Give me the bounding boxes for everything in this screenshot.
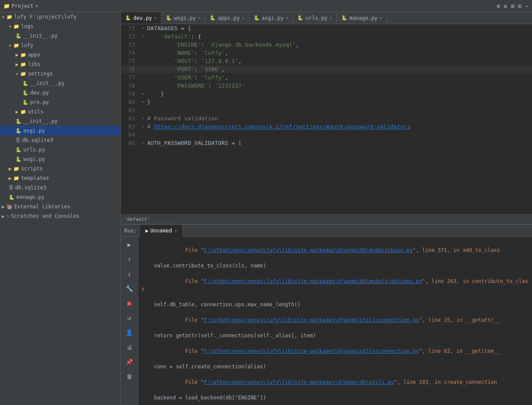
tab-close-manage[interactable]: ✕ (380, 16, 382, 20)
bottom-tab-unnamed[interactable]: ▶ Unnamed ✕ (140, 225, 183, 237)
toolbar-icon-group: ⊕ ≡ ⊞ ⚙ − (497, 3, 529, 9)
tree-item-settings[interactable]: ▾ 📁 settings (0, 69, 120, 78)
tree-item-apps[interactable]: ▶ 📁 apps (0, 50, 120, 60)
line-content-78: 'PASSWORD': '123123?' (145, 82, 532, 90)
tab-icon-urls: 🐍 (297, 15, 303, 21)
tab-dev-py[interactable]: 🐍 dev.py ✕ (121, 12, 161, 24)
tree-item-dev-py[interactable]: 🐍 dev.py (0, 88, 120, 97)
tab-close-asgi[interactable]: ✕ (286, 16, 288, 20)
tab-bar: 🐍 dev.py ✕ 🐍 wsgi.py ✕ 🐍 apps.py ✕ 🐍 asg… (121, 12, 532, 24)
tree-item-pro-py[interactable]: 🐍 pro.py (0, 97, 120, 107)
tab-label-urls: urls.py (305, 15, 327, 21)
fold-83[interactable]: ▾ (140, 122, 145, 131)
traceback-link-2[interactable]: F:\pthon\venv\venvs\lufy\lib\site-packag… (204, 278, 422, 284)
side-tool-down[interactable]: ↓ (123, 268, 136, 280)
side-tool-wrench[interactable]: 🔧 (123, 283, 136, 295)
tree-item-wsgi-py[interactable]: 🐍 wsgi.py (0, 154, 120, 164)
code-line-75: 75 'HOST': '127.0.0.1', (121, 57, 532, 65)
run-output-line-3: File "F:\pthon\venv\venvs\lufy\lib\site-… (142, 270, 529, 301)
tab-icon-manage: 🐍 (341, 15, 347, 21)
tree-item-asgi-py[interactable]: 🐍 asgi.py (0, 126, 120, 135)
tree-item-libs[interactable]: ▶ 📁 libs (0, 60, 120, 69)
code-line-81: 81 (121, 106, 532, 114)
tab-label-asgi: asgi.py (262, 15, 284, 21)
code-line-72: 72 ▾ 'default': { (121, 32, 532, 41)
settings-icon[interactable]: ⚙ (518, 3, 521, 9)
tab-close-wsgi[interactable]: ✕ (198, 16, 201, 20)
tree-item-external-libraries[interactable]: ▶ 📚 External Libraries (0, 202, 120, 211)
line-content-73: 'ENGINE': 'django.db.backends.mysql', (145, 41, 532, 49)
line-content-81 (145, 106, 532, 114)
file-tree: ▾ 📁 lufy F:\project\lufy ▾ 📁 logs 🐍 __in… (0, 12, 121, 405)
traceback-link-5[interactable]: F:\pthon\venv\venvs\lufy\lib\site-packag… (204, 379, 394, 385)
tree-item-utils[interactable]: ▶ 📁 utils (0, 107, 120, 116)
toolbar-project[interactable]: 📁 Project ▾ (3, 3, 38, 9)
dropdown-arrow: ▾ (35, 3, 38, 9)
toolbar: 📁 Project ▾ ⊕ ≡ ⊞ ⚙ − (0, 0, 532, 12)
line-content-71: DATABASES = { (145, 24, 532, 32)
tree-item-templates[interactable]: ▶ 📁 templates (0, 173, 120, 183)
traceback-link-4[interactable]: F:\pthon\venv\venvs\lufy\lib\site-packag… (204, 348, 419, 354)
side-tool-stop[interactable]: ■ (123, 297, 136, 309)
side-tool-run[interactable]: ▶ (123, 239, 136, 251)
bottom-tab-close[interactable]: ✕ (175, 228, 177, 233)
tree-item-settings-init[interactable]: 🐍 __init__.py (0, 78, 120, 88)
tab-apps-py[interactable]: 🐍 apps.py ✕ (205, 12, 249, 24)
line-content-75: 'HOST': '127.0.0.1', (145, 57, 532, 65)
fold-71[interactable]: ▾ (140, 24, 145, 32)
tree-item-lufy-root[interactable]: ▾ 📁 lufy F:\project\lufy (0, 12, 120, 22)
run-output-line-11: File "F:\pthon\venv\venvs\lufy\lib\site-… (142, 402, 529, 405)
tab-wsgi-py[interactable]: 🐍 wsgi.py ✕ (161, 12, 205, 24)
bottom-panel-body: ▶ ↑ ↓ 🔧 ■ ↺ 👤 🖨 📌 🗑 File "F:\pthon\venv\… (121, 237, 532, 405)
code-line-77: 77 'USER': 'luffy', (121, 73, 532, 82)
side-tool-trash[interactable]: 🗑 (123, 370, 136, 383)
minus-icon[interactable]: − (525, 3, 529, 9)
traceback-link-1[interactable]: F:\pthon\venv\venvs\lufy\lib\site-packag… (204, 247, 413, 253)
side-tool-pin[interactable]: 📌 (123, 356, 136, 368)
tree-item-urls-py[interactable]: 🐍 urls.py (0, 145, 120, 154)
tree-item-logs-init[interactable]: 🐍 __init__.py (0, 31, 120, 41)
side-tool-print[interactable]: 🖨 (123, 341, 136, 353)
status-text: 'default' (124, 217, 150, 222)
fold-85[interactable]: ▾ (140, 139, 145, 147)
line-num-73: 73 (121, 41, 140, 49)
django-docs-link[interactable]: https://docs.djangoproject.com/en/4.2/re… (154, 123, 411, 130)
traceback-link-3[interactable]: F:\pthon\venv\venvs\lufy\lib\site-packag… (204, 317, 419, 323)
line-num-79: 79 (121, 90, 140, 98)
run-output-line-7: File "F:\pthon\venv\venvs\lufy\lib\site-… (142, 339, 529, 363)
tree-item-root-db[interactable]: 🗄 db.sqlite3 (0, 183, 120, 192)
run-output-line-10: backend = load_backend(db["ENGINE"]) (142, 394, 529, 402)
tree-item-lufy[interactable]: ▾ 📁 lufy (0, 41, 120, 50)
bottom-tab-label: Unnamed (150, 228, 172, 234)
tab-label-wsgi: wsgi.py (174, 15, 196, 21)
fold-79[interactable]: ▾ (140, 90, 145, 98)
tree-item-lufy-init[interactable]: 🐍 __init__.py (0, 116, 120, 126)
tree-item-logs[interactable]: ▾ 📁 logs (0, 22, 120, 31)
tree-item-manage-py[interactable]: 🐍 manage.py (0, 192, 120, 202)
line-num-84: 84 (121, 131, 140, 139)
tree-item-db-sqlite3[interactable]: 🗄 db.sqlite3 (0, 135, 120, 145)
line-num-82: 82 (121, 114, 140, 122)
tab-asgi-py[interactable]: 🐍 asgi.py ✕ (249, 12, 293, 24)
fold-82[interactable]: ▾ (140, 114, 145, 122)
add-icon[interactable]: ⊕ (497, 3, 500, 9)
side-tool-rerun[interactable]: ↺ (123, 312, 136, 324)
fold-80[interactable]: ▾ (140, 98, 145, 106)
side-tool-up[interactable]: ↑ (123, 253, 136, 265)
tab-close-apps[interactable]: ✕ (242, 16, 245, 20)
tab-manage-py[interactable]: 🐍 manage.py ✕ (337, 12, 387, 24)
list-icon[interactable]: ≡ (504, 3, 507, 9)
fold-72[interactable]: ▾ (140, 32, 145, 41)
tree-item-scripts[interactable]: ▶ 📁 scripts (0, 164, 120, 173)
run-output[interactable]: File "F:\pthon\venv\venvs\lufy\lib\site-… (138, 237, 532, 405)
tab-urls-py[interactable]: 🐍 urls.py ✕ (293, 12, 337, 24)
code-editor[interactable]: 71 ▾ DATABASES = { 72 ▾ 'default': { 73 … (121, 24, 532, 214)
run-output-line-2: value.contribute_to_class(cls, name) (142, 262, 529, 270)
tab-close-urls[interactable]: ✕ (330, 16, 332, 20)
side-tool-user[interactable]: 👤 (123, 327, 136, 339)
tab-close-dev[interactable]: ✕ (154, 16, 157, 20)
tree-item-scratches[interactable]: ▶ ✎ Scratches and Consoles (0, 211, 120, 221)
columns-icon[interactable]: ⊞ (511, 3, 514, 9)
code-line-84: 84 (121, 131, 532, 139)
code-line-74: 74 'NAME': 'luffy', (121, 49, 532, 57)
